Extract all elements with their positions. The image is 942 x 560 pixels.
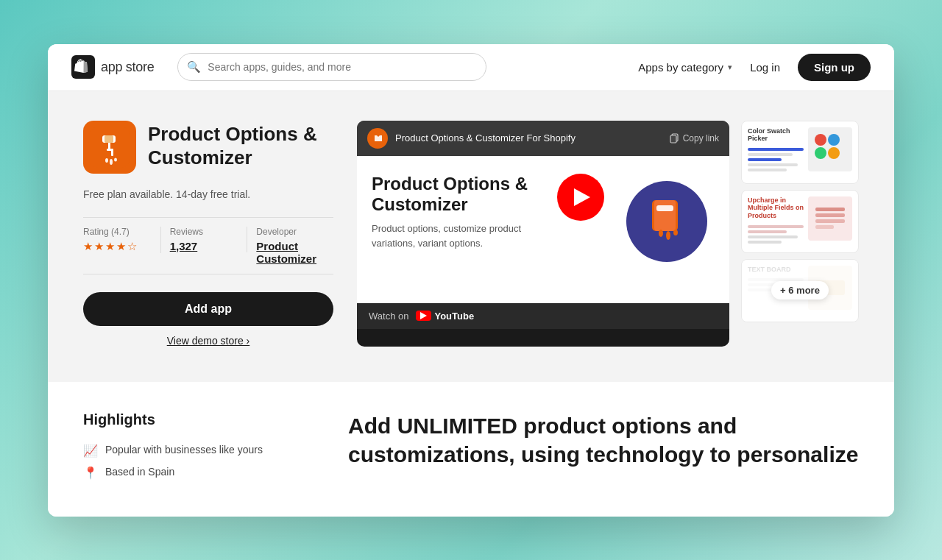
search-bar[interactable]: 🔍 (177, 53, 486, 81)
developer-label: Developer (256, 227, 325, 237)
shopify-logo-icon (71, 55, 95, 79)
highlight-item-1: 📈 Popular with businesses like yours (83, 443, 289, 458)
app-info: Product Options & Customizer Free plan a… (83, 121, 333, 347)
video-channel-icon (367, 128, 388, 149)
developer-name[interactable]: Product Customizer (256, 240, 325, 265)
svg-rect-11 (670, 135, 676, 143)
watch-on-text: Watch on (369, 311, 408, 322)
svg-point-8 (110, 159, 113, 165)
thumbnail-3-more[interactable]: TEXT BOARD (741, 259, 859, 322)
svg-rect-6 (111, 149, 113, 156)
search-icon: 🔍 (187, 60, 201, 74)
svg-point-20 (828, 134, 840, 146)
more-badge: + 6 more (771, 281, 829, 300)
highlights-title: Highlights (83, 411, 289, 428)
navbar: app store 🔍 Apps by category ▾ Log in Si… (48, 44, 894, 91)
add-app-button[interactable]: Add app (83, 292, 333, 326)
login-button[interactable]: Log in (750, 61, 780, 74)
svg-rect-4 (108, 143, 110, 149)
logo-text: app store (101, 60, 154, 75)
location-icon: 📍 (83, 466, 98, 480)
video-graphic (619, 174, 715, 269)
browser-window: app store 🔍 Apps by category ▾ Log in Si… (48, 44, 894, 517)
reviews-count[interactable]: 1,327 (170, 240, 238, 252)
reviews-label: Reviews (170, 227, 238, 237)
svg-point-16 (659, 230, 663, 237)
media-area: Product Options & Customizer For Shopify… (357, 121, 859, 347)
main-content: Product Options & Customizer Free plan a… (48, 91, 894, 382)
apps-category-label: Apps by category (638, 61, 723, 74)
youtube-text: YouTube (434, 311, 474, 322)
star-4: ★ (116, 240, 126, 253)
highlights-column: Highlights 📈 Popular with businesses lik… (83, 411, 289, 487)
video-text: Product Options & Customizer Product opt… (372, 174, 542, 251)
play-button[interactable] (557, 174, 604, 221)
star-3: ★ (105, 240, 115, 253)
highlight-item-2: 📍 Based in Spain (83, 465, 289, 480)
svg-point-17 (666, 231, 670, 240)
app-title: Product Options & Customizer (148, 122, 333, 170)
svg-point-21 (815, 147, 826, 159)
highlight-text-1: Popular with businesses like yours (105, 443, 263, 458)
video-body: Product Options & Customizer Product opt… (357, 156, 729, 303)
thumbnails-column: Color Swatch Picker (741, 121, 859, 347)
demo-store-link[interactable]: View demo store › (83, 335, 333, 347)
copy-icon (670, 133, 680, 143)
svg-rect-3 (105, 135, 113, 143)
svg-point-18 (673, 230, 678, 235)
svg-rect-24 (815, 213, 845, 217)
thumb1-svg (812, 131, 849, 168)
highlight-text-2: Based in Spain (105, 465, 174, 480)
nav-links: Apps by category ▾ Log in Sign up (638, 54, 871, 81)
star-5-half: ☆ (127, 240, 137, 253)
copy-link-button[interactable]: Copy link (670, 133, 719, 143)
svg-point-19 (815, 134, 826, 146)
svg-rect-14 (654, 200, 676, 231)
product-graphic-svg (619, 174, 715, 269)
chevron-down-icon: ▾ (728, 63, 732, 72)
rating-cell: Rating (4.7) ★ ★ ★ ★ ☆ (83, 227, 161, 253)
copy-link-label: Copy link (683, 133, 719, 143)
svg-rect-15 (656, 205, 673, 211)
feature-text-column: Add UNLIMITED product options and custom… (348, 411, 859, 487)
reviews-cell: Reviews 1,327 (161, 227, 248, 252)
video-top-bar: Product Options & Customizer For Shopify… (357, 121, 729, 156)
youtube-logo: YouTube (416, 311, 474, 322)
app-subtitle: Free plan available. 14-day free trial. (83, 187, 333, 202)
app-icon-svg (89, 127, 130, 168)
app-icon-title-row: Product Options & Customizer (83, 121, 333, 174)
feature-heading: Add UNLIMITED product options and custom… (348, 411, 859, 469)
rating-label: Rating (4.7) (83, 227, 152, 237)
thumb1-image (808, 127, 852, 171)
star-1: ★ (83, 240, 93, 253)
signup-button[interactable]: Sign up (798, 54, 871, 81)
svg-point-22 (828, 147, 840, 159)
apps-by-category-button[interactable]: Apps by category ▾ (638, 61, 732, 74)
thumb2-svg (812, 200, 849, 237)
meta-row: Rating (4.7) ★ ★ ★ ★ ☆ Reviews 1,327 (83, 217, 333, 274)
developer-cell: Developer Product Customizer (247, 227, 333, 265)
app-header: Product Options & Customizer Free plan a… (83, 121, 859, 347)
channel-logo-icon (372, 132, 383, 144)
video-description: Product options, customize product varia… (372, 221, 542, 250)
search-input[interactable] (177, 53, 486, 81)
thumb1-label: Color Swatch Picker (748, 127, 804, 143)
video-main-title: Product Options & Customizer (372, 174, 542, 216)
svg-rect-26 (815, 225, 834, 229)
star-2: ★ (94, 240, 104, 253)
svg-rect-25 (815, 219, 845, 223)
play-triangle-icon (574, 188, 590, 206)
thumbnail-2[interactable]: Upcharge in Multiple Fields on Products (741, 190, 859, 253)
play-button-area[interactable] (557, 174, 604, 221)
svg-point-9 (114, 157, 117, 161)
svg-rect-23 (815, 208, 845, 211)
thumbnail-1[interactable]: Color Swatch Picker (741, 121, 859, 184)
bottom-section: Highlights 📈 Popular with businesses lik… (48, 382, 894, 517)
youtube-icon (416, 311, 431, 321)
app-icon (83, 121, 136, 174)
thumb2-image (808, 196, 852, 241)
video-title: Product Options & Customizer For Shopify (395, 132, 662, 143)
video-bottom-bar: Watch on YouTube (357, 303, 729, 329)
more-overlay: + 6 more (742, 260, 858, 322)
youtube-play-icon (420, 312, 427, 319)
